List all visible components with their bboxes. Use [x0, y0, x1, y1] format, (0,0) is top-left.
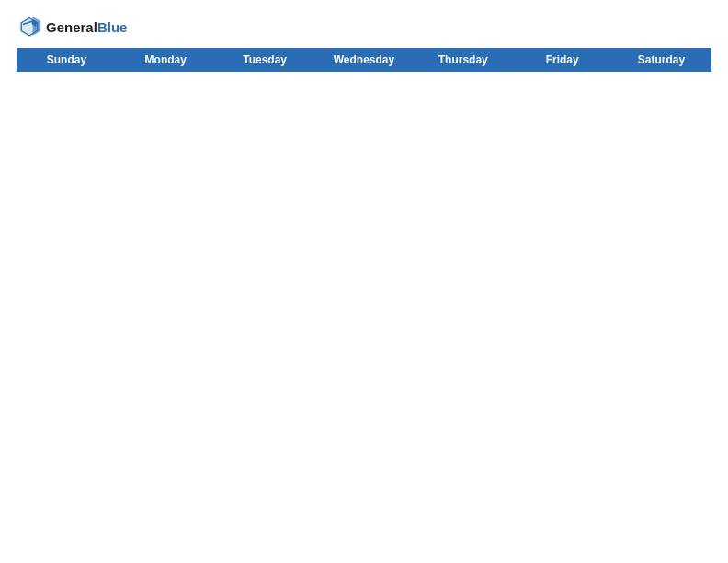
logo: GeneralBlue [17, 15, 127, 40]
calendar-page: GeneralBlue SundayMondayTuesdayWednesday… [0, 0, 728, 563]
weekday-header: Sunday [17, 49, 117, 72]
logo-text: GeneralBlue [46, 20, 127, 36]
header-row: SundayMondayTuesdayWednesdayThursdayFrid… [17, 49, 711, 72]
weekday-header: Saturday [612, 49, 711, 72]
header: GeneralBlue [17, 15, 711, 40]
weekday-header: Thursday [414, 49, 513, 72]
weekday-header: Friday [513, 49, 612, 72]
weekday-header: Wednesday [314, 49, 414, 72]
weekday-header: Tuesday [215, 49, 314, 72]
svg-point-3 [32, 20, 37, 25]
logo-icon [17, 15, 42, 40]
weekday-header: Monday [116, 49, 215, 72]
calendar-table: SundayMondayTuesdayWednesdayThursdayFrid… [17, 48, 711, 72]
